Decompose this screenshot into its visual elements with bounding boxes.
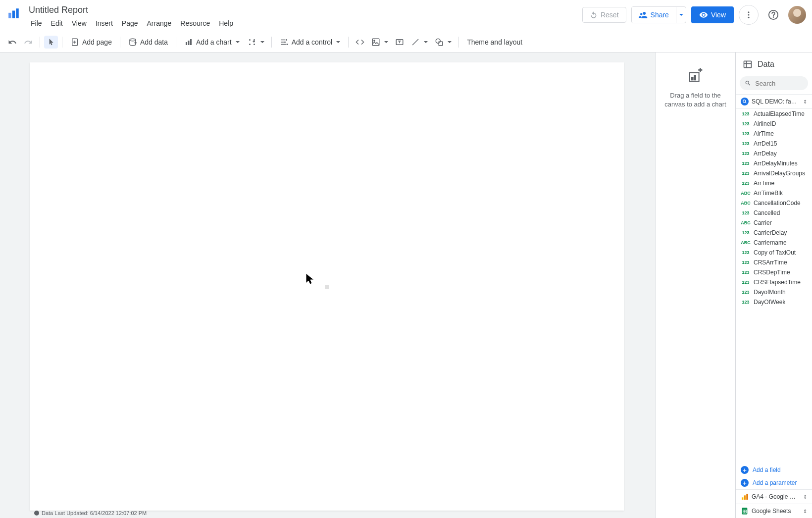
share-dropdown[interactable] (676, 7, 686, 23)
svg-rect-32 (744, 495, 746, 500)
field-row[interactable]: 123CRSArrTime (736, 258, 812, 267)
field-name: CarrierDelay (754, 229, 787, 236)
view-button[interactable]: View (691, 6, 734, 23)
field-row[interactable]: ABCCarriername (736, 238, 812, 248)
field-row[interactable]: 123CRSElapsedTime (736, 277, 812, 287)
control-icon (280, 38, 289, 47)
menu-arrange[interactable]: Arrange (143, 17, 176, 29)
search-box[interactable] (740, 76, 808, 90)
add-control-label: Add a control (292, 38, 333, 46)
field-type-badge: 123 (741, 151, 751, 156)
field-type-badge: 123 (741, 111, 751, 116)
svg-rect-12 (190, 39, 192, 45)
canvas-scroll[interactable]: Data Last Updated: 6/14/2022 12:07:02 PM (0, 52, 655, 518)
field-row[interactable]: 123AirTime (736, 129, 812, 139)
ga-icon (741, 493, 749, 501)
help-icon (768, 9, 779, 20)
reset-button[interactable]: Reset (582, 7, 626, 23)
add-control-button[interactable]: Add a control (276, 35, 345, 49)
svg-rect-31 (742, 497, 743, 500)
reset-label: Reset (601, 11, 619, 19)
redo-icon (24, 38, 33, 47)
user-avatar[interactable] (788, 6, 806, 24)
share-button[interactable]: Share (632, 7, 676, 23)
field-name: CRSArrTime (754, 259, 787, 266)
plus-icon: + (741, 466, 749, 474)
data-source-sheets[interactable]: Google Sheets ⇕ (736, 504, 812, 518)
field-row[interactable]: 123CRSDepTime (736, 267, 812, 277)
select-tool[interactable] (44, 36, 58, 49)
add-chart-button[interactable]: Add a chart (180, 35, 244, 49)
add-parameter-link[interactable]: + Add a parameter (736, 476, 812, 489)
field-row[interactable]: 123ArrDelay (736, 149, 812, 158)
field-row[interactable]: 123ArrDelayMinutes (736, 158, 812, 168)
svg-rect-11 (188, 41, 190, 45)
field-row[interactable]: 123AirlineID (736, 119, 812, 129)
data-source-label: GA4 - Google Merc... (752, 493, 800, 500)
image-button[interactable] (368, 35, 391, 49)
field-row[interactable]: ABCArrTimeBlk (736, 188, 812, 198)
redo-button[interactable] (21, 35, 36, 49)
undo-button[interactable] (5, 35, 20, 49)
menu-resource[interactable]: Resource (176, 17, 214, 29)
toolbar: Add page Add data Add a chart Add a cont… (0, 32, 812, 52)
report-canvas[interactable] (30, 62, 624, 511)
separator (458, 37, 459, 48)
separator (271, 37, 272, 48)
add-page-button[interactable]: Add page (66, 35, 116, 49)
svg-rect-0 (8, 13, 11, 18)
field-row[interactable]: 123Copy of TaxiOut (736, 248, 812, 258)
field-row[interactable]: 123Cancelled (736, 208, 812, 218)
svg-point-3 (748, 11, 750, 13)
menu-view[interactable]: View (68, 17, 91, 29)
field-list[interactable]: 123ActualElapsedTime123AirlineID123AirTi… (736, 109, 812, 464)
chart-hint-panel: Drag a field to the canvas to add a char… (655, 52, 735, 518)
field-row[interactable]: 123ActualElapsedTime (736, 109, 812, 119)
field-row[interactable]: 123CarrierDelay (736, 228, 812, 238)
field-row[interactable]: 123ArrDel15 (736, 139, 812, 149)
add-page-icon (70, 38, 79, 47)
document-title[interactable]: Untitled Report (27, 4, 90, 16)
shape-button[interactable] (432, 35, 455, 49)
app-logo-icon[interactable] (5, 5, 23, 23)
help-button[interactable] (763, 5, 783, 25)
header: Untitled Report File Edit View Insert Pa… (0, 0, 812, 32)
field-type-badge: 123 (741, 181, 751, 186)
add-chart-label: Add a chart (196, 38, 232, 46)
text-button[interactable] (392, 35, 407, 49)
svg-point-25 (34, 511, 39, 516)
svg-point-15 (249, 44, 251, 45)
svg-point-5 (748, 17, 750, 18)
menu-page[interactable]: Page (118, 17, 142, 29)
field-name: DayofMonth (754, 289, 786, 296)
field-row[interactable]: ABCCancellationCode (736, 198, 812, 208)
search-input[interactable] (755, 80, 803, 87)
menu-insert[interactable]: Insert (92, 17, 117, 29)
community-viz-button[interactable] (245, 35, 267, 49)
theme-label: Theme and layout (467, 38, 522, 46)
add-data-button[interactable]: Add data (124, 35, 172, 49)
add-field-label: Add a field (753, 466, 781, 473)
add-field-link[interactable]: + Add a field (736, 464, 812, 476)
more-options-button[interactable] (739, 5, 759, 25)
field-row[interactable]: 123DayOfWeek (736, 297, 812, 307)
menu-edit[interactable]: Edit (47, 17, 67, 29)
data-source-header[interactable]: SQL DEMO: faa_fli... ⇕ (736, 94, 812, 109)
menu-file[interactable]: File (27, 17, 46, 29)
field-row[interactable]: 123ArrivalDelayGroups (736, 168, 812, 178)
svg-rect-20 (372, 39, 379, 46)
more-vert-icon (744, 10, 753, 19)
field-name: ArrDelay (754, 150, 777, 157)
svg-point-23 (436, 39, 440, 43)
line-button[interactable] (408, 35, 431, 49)
svg-point-13 (249, 39, 251, 41)
embed-button[interactable] (353, 35, 367, 49)
menu-help[interactable]: Help (215, 17, 237, 29)
add-parameter-label: Add a parameter (753, 479, 797, 486)
field-row[interactable]: 123DayofMonth (736, 287, 812, 297)
field-row[interactable]: ABCCarrier (736, 218, 812, 228)
chevron-down-icon (424, 41, 428, 43)
theme-button[interactable]: Theme and layout (463, 36, 526, 49)
field-row[interactable]: 123ArrTime (736, 178, 812, 188)
data-source-ga4[interactable]: GA4 - Google Merc... ⇕ (736, 489, 812, 504)
